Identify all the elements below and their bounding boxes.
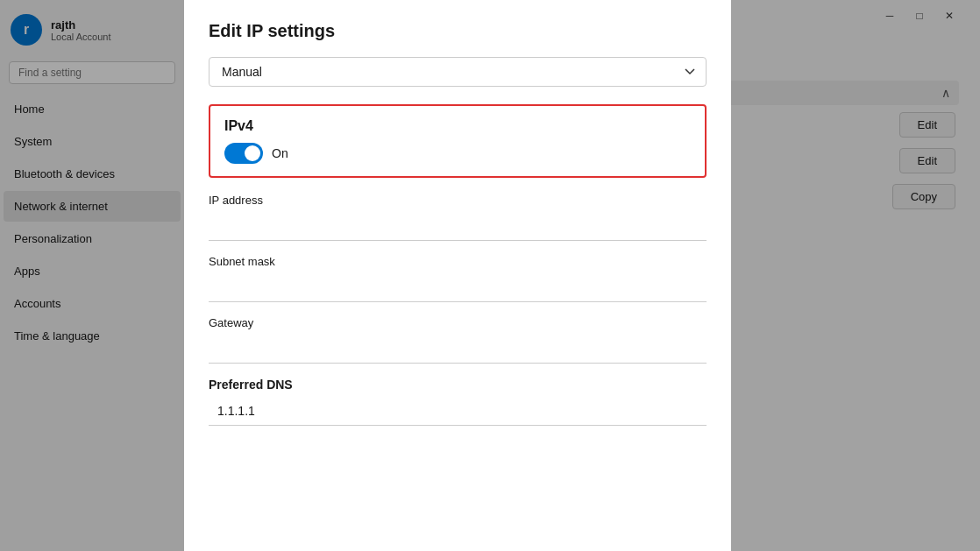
ipv4-section: IPv4 On: [209, 104, 707, 178]
gateway-input[interactable]: [209, 335, 707, 364]
ip-type-dropdown[interactable]: Automatic (DHCP)Manual: [209, 57, 707, 87]
preferred-dns-label: Preferred DNS: [209, 378, 707, 392]
toggle-knob: [245, 145, 260, 161]
ip-address-field: IP address: [209, 194, 707, 241]
gateway-label: Gateway: [209, 316, 707, 329]
edit-ip-modal: Edit IP settings Automatic (DHCP)Manual …: [184, 0, 731, 551]
ip-address-label: IP address: [209, 194, 707, 207]
subnet-mask-field: Subnet mask: [209, 255, 707, 302]
ip-type-dropdown-wrapper: Automatic (DHCP)Manual: [209, 57, 707, 87]
preferred-dns-input[interactable]: [209, 397, 707, 426]
ipv4-label: IPv4: [224, 118, 691, 134]
ipv4-toggle-row: On: [224, 143, 691, 164]
toggle-on-label: On: [272, 146, 288, 160]
modal-title: Edit IP settings: [209, 21, 707, 41]
ip-address-input[interactable]: [209, 212, 707, 241]
subnet-mask-input[interactable]: [209, 273, 707, 302]
preferred-dns-field: Preferred DNS: [209, 378, 707, 426]
gateway-field: Gateway: [209, 316, 707, 364]
subnet-mask-label: Subnet mask: [209, 255, 707, 268]
ipv4-toggle[interactable]: [224, 143, 263, 164]
